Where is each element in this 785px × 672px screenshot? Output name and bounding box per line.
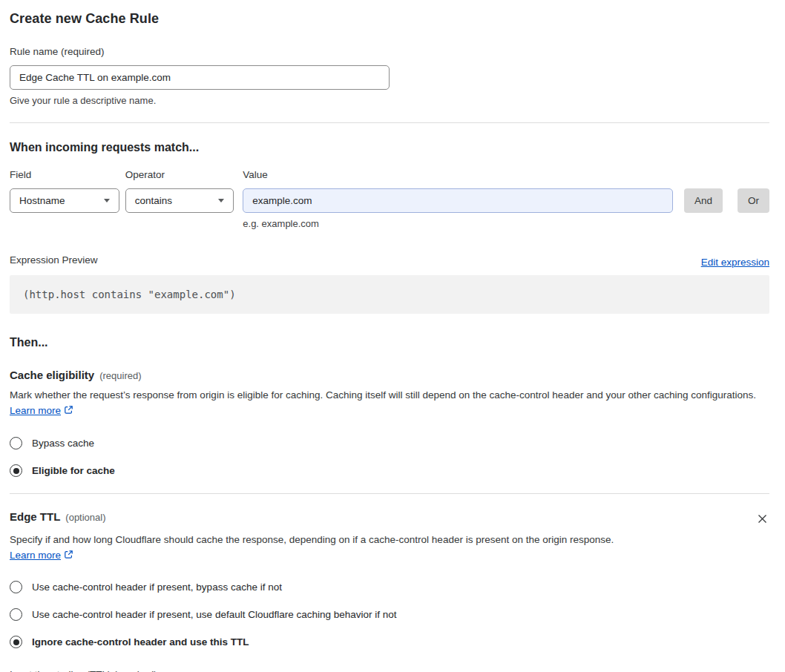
field-label: Field xyxy=(10,168,119,182)
edge-ttl-title: Edge TTL xyxy=(10,510,60,523)
edge-ttl-title-row: Edge TTL (optional) xyxy=(10,510,106,523)
radio-ignore-header-ttl[interactable]: Ignore cache-control header and use this… xyxy=(10,636,769,648)
radio-eligible-for-cache[interactable]: Eligible for cache xyxy=(10,464,769,477)
conjunction-buttons: And Or xyxy=(684,188,769,213)
field-column: Field Hostname xyxy=(10,168,119,213)
then-heading: Then... xyxy=(10,336,769,349)
radio-circle-icon xyxy=(10,608,22,621)
or-button[interactable]: Or xyxy=(738,188,769,213)
radio-bypass-cache-label: Bypass cache xyxy=(32,438,94,449)
radio-bypass-cache[interactable]: Bypass cache xyxy=(10,437,769,449)
radio-use-header-bypass-label: Use cache-control header if present, byp… xyxy=(32,582,282,593)
expression-preview-header: Expression Preview Edit expression xyxy=(10,253,769,268)
field-select-value: Hostname xyxy=(19,195,65,206)
radio-eligible-for-cache-label: Eligible for cache xyxy=(32,465,115,476)
edge-ttl-description: Specify if and how long Cloudflare shoul… xyxy=(10,532,633,564)
external-link-icon xyxy=(64,406,73,417)
value-help: e.g. example.com xyxy=(243,218,673,229)
cache-eligibility-required-badge: (required) xyxy=(99,370,141,381)
page-title: Create new Cache Rule xyxy=(10,11,769,27)
learn-more-link[interactable]: Learn more xyxy=(10,405,61,416)
expression-code-block: (http.host contains "example.com") xyxy=(10,275,769,314)
operator-column: Operator contains xyxy=(125,168,234,213)
radio-use-header-default[interactable]: Use cache-control header if present, use… xyxy=(10,608,769,621)
create-cache-rule-page: Create new Cache Rule Rule name (require… xyxy=(0,0,785,672)
expression-preview-label: Expression Preview xyxy=(10,253,98,268)
edge-ttl-optional-badge: (optional) xyxy=(65,512,105,523)
chevron-down-icon xyxy=(218,199,224,202)
radio-circle-icon xyxy=(10,464,22,477)
value-column: Value e.g. example.com xyxy=(243,168,673,229)
match-heading: When incoming requests match... xyxy=(10,141,769,154)
cache-eligibility-description-text: Mark whether the request’s response from… xyxy=(10,389,756,401)
learn-more-link[interactable]: Learn more xyxy=(10,550,61,561)
chevron-down-icon xyxy=(104,199,110,202)
close-icon[interactable] xyxy=(755,512,769,526)
rule-name-help: Give your rule a descriptive name. xyxy=(10,95,769,106)
operator-label: Operator xyxy=(125,168,234,182)
radio-circle-icon xyxy=(10,437,22,449)
edge-ttl-description-text: Specify if and how long Cloudflare shoul… xyxy=(10,534,614,545)
section-divider xyxy=(10,122,769,123)
ttl-label: Input time-to-live (TTL) (required) xyxy=(10,668,769,672)
radio-use-header-bypass[interactable]: Use cache-control header if present, byp… xyxy=(10,581,769,593)
and-button[interactable]: And xyxy=(684,188,723,213)
field-select[interactable]: Hostname xyxy=(10,188,119,213)
operator-select-value: contains xyxy=(135,195,172,206)
edit-expression-link[interactable]: Edit expression xyxy=(701,257,769,268)
match-condition-row: Field Hostname Operator contains Value e… xyxy=(10,168,769,229)
cache-eligibility-description: Mark whether the request’s response from… xyxy=(10,387,769,419)
value-input[interactable] xyxy=(243,188,673,213)
radio-ignore-header-ttl-label: Ignore cache-control header and use this… xyxy=(32,636,249,648)
radio-circle-icon xyxy=(10,581,22,593)
rule-name-input[interactable] xyxy=(10,65,390,90)
cache-eligibility-title-row: Cache eligibility (required) xyxy=(10,369,769,381)
radio-circle-icon xyxy=(10,636,22,648)
external-link-icon xyxy=(64,550,73,561)
rule-name-label: Rule name (required) xyxy=(10,45,769,59)
value-label: Value xyxy=(243,168,673,182)
operator-select[interactable]: contains xyxy=(125,188,234,213)
edge-ttl-header: Edge TTL (optional) xyxy=(10,510,769,526)
cache-eligibility-title: Cache eligibility xyxy=(10,369,94,381)
section-divider xyxy=(10,493,769,494)
radio-use-header-default-label: Use cache-control header if present, use… xyxy=(32,609,397,620)
